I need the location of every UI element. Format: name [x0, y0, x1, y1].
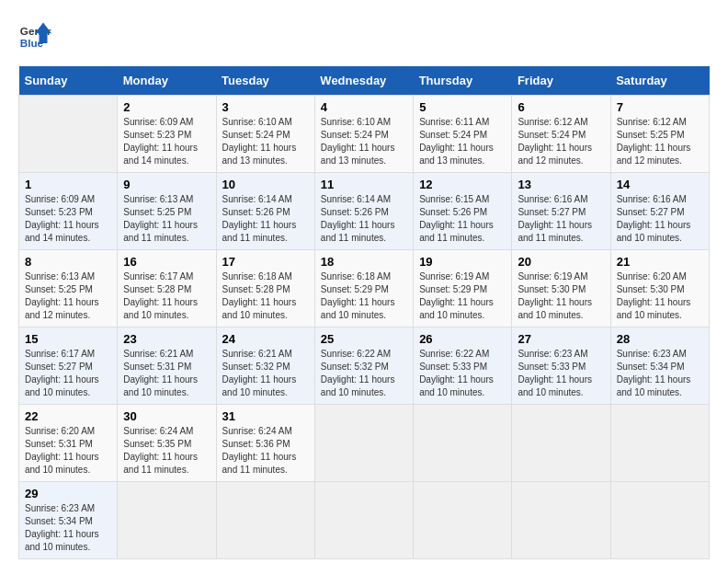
- day-info: Sunrise: 6:09 AM Sunset: 5:23 PM Dayligh…: [25, 193, 111, 245]
- calendar-cell: 4Sunrise: 6:10 AM Sunset: 5:24 PM Daylig…: [314, 96, 413, 173]
- calendar-cell: 14Sunrise: 6:16 AM Sunset: 5:27 PM Dayli…: [610, 173, 709, 250]
- day-header-thursday: Thursday: [414, 66, 512, 96]
- calendar-cell: 9Sunrise: 6:13 AM Sunset: 5:25 PM Daylig…: [118, 173, 216, 250]
- day-info: Sunrise: 6:20 AM Sunset: 5:30 PM Dayligh…: [617, 270, 703, 322]
- day-number: 9: [123, 178, 210, 191]
- calendar-cell: 31Sunrise: 6:24 AM Sunset: 5:36 PM Dayli…: [216, 405, 314, 482]
- calendar-cell: 26Sunrise: 6:22 AM Sunset: 5:33 PM Dayli…: [414, 327, 512, 405]
- day-info: Sunrise: 6:12 AM Sunset: 5:24 PM Dayligh…: [518, 116, 604, 167]
- week-row-1: 1Sunrise: 6:09 AM Sunset: 5:23 PM Daylig…: [19, 173, 710, 250]
- day-info: Sunrise: 6:18 AM Sunset: 5:29 PM Dayligh…: [321, 270, 407, 322]
- day-info: Sunrise: 6:16 AM Sunset: 5:27 PM Dayligh…: [617, 193, 703, 245]
- calendar-cell: 21Sunrise: 6:20 AM Sunset: 5:30 PM Dayli…: [610, 250, 709, 327]
- calendar-cell: 22Sunrise: 6:20 AM Sunset: 5:31 PM Dayli…: [19, 405, 118, 482]
- day-info: Sunrise: 6:09 AM Sunset: 5:23 PM Dayligh…: [123, 116, 210, 167]
- day-number: 26: [419, 332, 506, 346]
- day-info: Sunrise: 6:11 AM Sunset: 5:24 PM Dayligh…: [419, 116, 506, 167]
- day-number: 24: [222, 332, 309, 346]
- logo-icon: General Blue: [18, 18, 51, 52]
- day-number: 3: [222, 100, 309, 114]
- week-row-0: 2Sunrise: 6:09 AM Sunset: 5:23 PM Daylig…: [19, 96, 710, 173]
- day-number: 11: [321, 178, 407, 191]
- day-header-saturday: Saturday: [610, 66, 709, 96]
- day-number: 18: [321, 255, 407, 269]
- calendar-cell: 18Sunrise: 6:18 AM Sunset: 5:29 PM Dayli…: [314, 250, 413, 327]
- day-number: 25: [321, 332, 407, 346]
- calendar-cell: 5Sunrise: 6:11 AM Sunset: 5:24 PM Daylig…: [414, 96, 512, 173]
- day-info: Sunrise: 6:10 AM Sunset: 5:24 PM Dayligh…: [222, 116, 309, 167]
- day-number: 30: [123, 409, 210, 423]
- day-info: Sunrise: 6:23 AM Sunset: 5:34 PM Dayligh…: [25, 502, 111, 554]
- calendar-cell: 27Sunrise: 6:23 AM Sunset: 5:33 PM Dayli…: [512, 327, 610, 405]
- day-number: 31: [222, 409, 309, 423]
- calendar-cell: 24Sunrise: 6:21 AM Sunset: 5:32 PM Dayli…: [216, 327, 314, 405]
- day-number: 5: [419, 100, 506, 114]
- day-info: Sunrise: 6:22 AM Sunset: 5:32 PM Dayligh…: [321, 348, 407, 399]
- calendar-cell: 15Sunrise: 6:17 AM Sunset: 5:27 PM Dayli…: [19, 327, 118, 405]
- day-info: Sunrise: 6:13 AM Sunset: 5:25 PM Dayligh…: [123, 193, 210, 245]
- calendar-cell: 19Sunrise: 6:19 AM Sunset: 5:29 PM Dayli…: [414, 250, 512, 327]
- calendar-cell: 2Sunrise: 6:09 AM Sunset: 5:23 PM Daylig…: [118, 96, 216, 173]
- day-info: Sunrise: 6:21 AM Sunset: 5:32 PM Dayligh…: [222, 348, 309, 399]
- day-info: Sunrise: 6:16 AM Sunset: 5:27 PM Dayligh…: [518, 193, 604, 245]
- day-number: 20: [518, 255, 604, 269]
- day-info: Sunrise: 6:19 AM Sunset: 5:30 PM Dayligh…: [518, 270, 604, 322]
- calendar-cell: 29Sunrise: 6:23 AM Sunset: 5:34 PM Dayli…: [19, 482, 118, 559]
- calendar-cell: [610, 405, 709, 482]
- calendar-header-row: SundayMondayTuesdayWednesdayThursdayFrid…: [19, 66, 710, 96]
- calendar-cell: 30Sunrise: 6:24 AM Sunset: 5:35 PM Dayli…: [118, 405, 216, 482]
- day-info: Sunrise: 6:20 AM Sunset: 5:31 PM Dayligh…: [25, 425, 111, 477]
- day-info: Sunrise: 6:14 AM Sunset: 5:26 PM Dayligh…: [321, 193, 407, 245]
- calendar-cell: [414, 482, 512, 559]
- day-header-friday: Friday: [512, 66, 610, 96]
- calendar-cell: 28Sunrise: 6:23 AM Sunset: 5:34 PM Dayli…: [610, 327, 709, 405]
- day-info: Sunrise: 6:17 AM Sunset: 5:27 PM Dayligh…: [25, 348, 111, 399]
- day-info: Sunrise: 6:12 AM Sunset: 5:25 PM Dayligh…: [617, 116, 703, 167]
- day-number: 16: [123, 255, 210, 269]
- calendar-body: 2Sunrise: 6:09 AM Sunset: 5:23 PM Daylig…: [19, 96, 710, 559]
- calendar-cell: 16Sunrise: 6:17 AM Sunset: 5:28 PM Dayli…: [118, 250, 216, 327]
- day-info: Sunrise: 6:23 AM Sunset: 5:34 PM Dayligh…: [617, 348, 703, 399]
- calendar-cell: 6Sunrise: 6:12 AM Sunset: 5:24 PM Daylig…: [512, 96, 610, 173]
- logo: General Blue: [18, 18, 57, 52]
- calendar-cell: 3Sunrise: 6:10 AM Sunset: 5:24 PM Daylig…: [216, 96, 314, 173]
- day-number: 12: [419, 178, 506, 191]
- calendar-cell: 23Sunrise: 6:21 AM Sunset: 5:31 PM Dayli…: [118, 327, 216, 405]
- calendar-cell: [216, 482, 314, 559]
- calendar-cell: [314, 482, 413, 559]
- calendar-cell: 8Sunrise: 6:13 AM Sunset: 5:25 PM Daylig…: [19, 250, 118, 327]
- calendar-cell: [118, 482, 216, 559]
- day-number: 17: [222, 255, 309, 269]
- day-info: Sunrise: 6:24 AM Sunset: 5:36 PM Dayligh…: [222, 425, 309, 477]
- calendar-cell: 10Sunrise: 6:14 AM Sunset: 5:26 PM Dayli…: [216, 173, 314, 250]
- day-number: 29: [25, 487, 111, 500]
- day-number: 23: [123, 332, 210, 346]
- day-number: 28: [617, 332, 703, 346]
- calendar-cell: 13Sunrise: 6:16 AM Sunset: 5:27 PM Dayli…: [512, 173, 610, 250]
- calendar-cell: 7Sunrise: 6:12 AM Sunset: 5:25 PM Daylig…: [610, 96, 709, 173]
- calendar-table: SundayMondayTuesdayWednesdayThursdayFrid…: [18, 66, 710, 559]
- calendar-cell: 25Sunrise: 6:22 AM Sunset: 5:32 PM Dayli…: [314, 327, 413, 405]
- day-number: 13: [518, 178, 604, 191]
- week-row-3: 15Sunrise: 6:17 AM Sunset: 5:27 PM Dayli…: [19, 327, 710, 405]
- day-header-monday: Monday: [118, 66, 216, 96]
- day-number: 6: [518, 100, 604, 114]
- calendar-cell: 20Sunrise: 6:19 AM Sunset: 5:30 PM Dayli…: [512, 250, 610, 327]
- day-number: 1: [25, 178, 111, 191]
- day-number: 27: [518, 332, 604, 346]
- calendar-cell: [414, 405, 512, 482]
- day-number: 22: [25, 409, 111, 423]
- day-number: 15: [25, 332, 111, 346]
- calendar-cell: [19, 96, 118, 173]
- day-number: 2: [123, 100, 210, 114]
- day-info: Sunrise: 6:10 AM Sunset: 5:24 PM Dayligh…: [321, 116, 407, 167]
- day-info: Sunrise: 6:19 AM Sunset: 5:29 PM Dayligh…: [419, 270, 506, 322]
- day-number: 14: [617, 178, 703, 191]
- day-info: Sunrise: 6:18 AM Sunset: 5:28 PM Dayligh…: [222, 270, 309, 322]
- calendar-cell: 12Sunrise: 6:15 AM Sunset: 5:26 PM Dayli…: [414, 173, 512, 250]
- day-number: 10: [222, 178, 309, 191]
- day-header-wednesday: Wednesday: [314, 66, 413, 96]
- day-number: 21: [617, 255, 703, 269]
- day-info: Sunrise: 6:21 AM Sunset: 5:31 PM Dayligh…: [123, 348, 210, 399]
- day-number: 7: [617, 100, 703, 114]
